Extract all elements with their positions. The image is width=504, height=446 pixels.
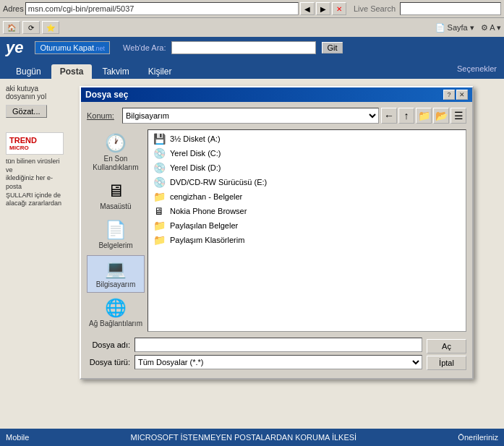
nav-back-icon[interactable]: ← <box>381 108 397 124</box>
file-item[interactable]: 💿 Yerel Disk (C:) <box>150 146 464 160</box>
logout-label: Oturumu Kapat <box>40 43 94 52</box>
file-name: Nokia Phone Browser <box>170 207 247 215</box>
araclar-label: ⚙ A ▾ <box>481 23 501 33</box>
documents-icon: 📄 <box>105 220 127 240</box>
browse-prompt: aki kutuya dosyanın yol <box>6 85 67 100</box>
tab-bugun[interactable]: Bugün <box>7 64 50 79</box>
web-search-input[interactable] <box>171 41 316 54</box>
trend-description: tün bilinen virüsleri veiklediğiniz her … <box>6 158 67 208</box>
address-label: Adres <box>3 4 24 13</box>
trend-logo: TREND <box>9 136 60 145</box>
web-search-label: Web'de Ara: <box>123 43 166 52</box>
dialog-title: Dosya seç <box>85 90 128 100</box>
file-item[interactable]: 📁 Paylaşım Klasörlerim <box>150 233 464 247</box>
filename-input[interactable] <box>134 338 422 352</box>
shared-folder2-icon: 📁 <box>153 234 166 246</box>
file-item[interactable]: 🖥 Nokia Phone Browser <box>150 204 464 218</box>
bottom-bar: Mobile MICROSOFT İSTENMEYEN POSTALARDAN … <box>0 429 504 446</box>
tab-posta[interactable]: Posta <box>51 64 93 79</box>
options-link[interactable]: Seçenekler <box>457 64 497 73</box>
nav-view-icon[interactable]: ☰ <box>450 108 466 124</box>
refresh-button[interactable]: ⟳ <box>22 21 40 34</box>
file-name: Yerel Disk (D:) <box>170 163 221 172</box>
file-name: cengizhan - Belgeler <box>170 192 242 201</box>
desktop-label: Masaüstü <box>100 202 131 211</box>
left-item-recent[interactable]: 🕐 En SonKullandıklarım <box>87 129 145 176</box>
file-name: DVD/CD-RW Sürücüsü (E:) <box>170 178 267 186</box>
phone-icon: 🖥 <box>153 205 166 217</box>
bottom-left: Mobile <box>6 433 29 442</box>
filetype-select[interactable]: Tüm Dosyalar (*.*) <box>134 355 422 369</box>
left-item-network[interactable]: 🌐 Ağ Bağlantılarım <box>87 294 145 332</box>
search-input[interactable] <box>400 2 501 15</box>
file-list-panel: 💾 3½ Disket (A:) 💿 Yerel Disk (C:) 💿 Yer… <box>148 129 466 332</box>
recent-icon: 🕐 <box>105 133 127 153</box>
cancel-button[interactable]: İptal <box>427 356 466 370</box>
floppy-icon: 💾 <box>153 133 166 145</box>
file-name: 3½ Disket (A:) <box>170 134 221 143</box>
folder-icon: 📁 <box>153 191 166 202</box>
file-name: Paylaşılan Belgeler <box>170 221 238 230</box>
desktop-icon: 🖥 <box>107 181 124 201</box>
git-button[interactable]: Git <box>322 42 342 53</box>
nav-new-folder-icon[interactable]: 📂 <box>433 108 449 124</box>
file-item[interactable]: 💿 DVD/CD-RW Sürücüsü (E:) <box>150 175 464 189</box>
recent-label: En SonKullandıklarım <box>93 155 138 172</box>
back-button[interactable]: ◀ <box>300 2 315 15</box>
left-item-desktop[interactable]: 🖥 Masaüstü <box>87 177 145 215</box>
tab-kisiler[interactable]: Kişiler <box>140 64 181 79</box>
left-item-documents[interactable]: 📄 Belgelerim <box>87 216 145 254</box>
home-button[interactable]: 🏠 <box>3 21 20 34</box>
file-item[interactable]: 📁 cengizhan - Belgeler <box>150 189 464 204</box>
dialog-help-button[interactable]: ? <box>443 90 455 100</box>
filetype-label: Dosya türü: <box>87 358 130 366</box>
nav-folder-icon[interactable]: 📁 <box>416 108 432 124</box>
logout-button[interactable]: Oturumu Kapat.net <box>35 41 110 54</box>
network-icon: 🌐 <box>105 298 127 318</box>
tab-takvim[interactable]: Takvim <box>93 64 137 79</box>
bottom-right: Önerileriniz <box>458 433 498 442</box>
sayfa-label: 📄 Sayfa ▾ <box>435 23 474 33</box>
disk-c-icon: 💿 <box>153 147 166 159</box>
filename-label: Dosya adı: <box>87 340 130 349</box>
address-input[interactable] <box>25 2 299 15</box>
shared-folder-icon: 📁 <box>153 220 166 231</box>
left-panel: 🕐 En SonKullandıklarım 🖥 Masaüstü 📄 Belg… <box>87 129 145 332</box>
open-button[interactable]: Aç <box>427 339 466 353</box>
dialog-close-button[interactable]: ✕ <box>456 90 468 100</box>
nav-up-icon[interactable]: ↑ <box>398 108 414 124</box>
computer-icon: 💻 <box>105 259 127 279</box>
file-item[interactable]: 💿 Yerel Disk (D:) <box>150 160 464 175</box>
forward-button[interactable]: ▶ <box>316 2 330 15</box>
file-item[interactable]: 📁 Paylaşılan Belgeler <box>150 218 464 233</box>
dvd-icon: 💿 <box>153 176 166 188</box>
file-name: Paylaşım Klasörlerim <box>170 236 244 244</box>
site-title: ye <box>6 38 23 57</box>
bookmark-button[interactable]: ⭐ <box>42 21 59 34</box>
stop-button[interactable]: ✕ <box>332 2 346 15</box>
browse-button[interactable]: Gözat... <box>6 105 47 118</box>
network-label: Ağ Bağlantılarım <box>89 320 142 328</box>
file-name: Yerel Disk (C:) <box>170 149 221 158</box>
file-item[interactable]: 💾 3½ Disket (A:) <box>150 132 464 146</box>
documents-label: Belgelerim <box>98 241 132 250</box>
location-label: Konum: <box>87 111 119 120</box>
left-item-computer[interactable]: 💻 Bilgisayarım <box>87 255 145 293</box>
live-search-label: Live Search <box>354 4 396 13</box>
status-text: MICROSOFT İSTENMEYEN POSTALARDAN KORUMA … <box>131 433 357 442</box>
disk-d-icon: 💿 <box>153 162 166 173</box>
location-dropdown[interactable]: Bilgisayarım <box>122 108 379 124</box>
dialog-titlebar: Dosya seç ? ✕ <box>81 87 472 102</box>
computer-label: Bilgisayarım <box>96 280 135 289</box>
